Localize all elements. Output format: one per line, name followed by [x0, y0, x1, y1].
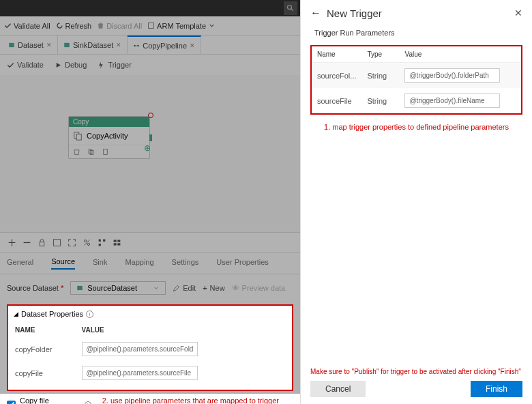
zoom-in-button[interactable] — [7, 237, 16, 247]
svg-rect-20 — [98, 244, 100, 246]
zoom-fit-button[interactable] — [67, 237, 76, 247]
discard-all-label: Discard All — [106, 22, 142, 30]
svg-rect-14 — [53, 239, 60, 246]
annotation-1: 1. map trigger properties to defined pip… — [310, 123, 522, 131]
discard-all-button[interactable]: Discard All — [97, 22, 142, 30]
copy-recursively-checkbox[interactable] — [7, 401, 16, 405]
info-icon[interactable]: i — [85, 401, 91, 405]
col-type-header: Type — [361, 46, 399, 63]
svg-point-5 — [134, 44, 136, 46]
preview-data-button[interactable]: 👁 Preview data — [232, 284, 286, 292]
dataset-properties-title[interactable]: ◢ Dataset Properties i — [14, 310, 286, 318]
pipeline-actions: Validate Debug Trigger — [0, 55, 300, 75]
tab-dataset[interactable]: Dataset ✕ — [3, 35, 58, 54]
dataset-properties-box: ◢ Dataset Properties i NAME VALUE copyFo… — [7, 304, 293, 391]
clone-icon[interactable] — [87, 148, 95, 156]
param-value-input[interactable] — [82, 366, 198, 380]
back-button[interactable]: ← — [310, 7, 321, 19]
dataset-properties-table: NAME VALUE copyFolder copyFile — [14, 322, 286, 386]
col-value-header: VALUE — [82, 323, 285, 336]
auto-align-button[interactable] — [97, 237, 106, 247]
tab-sink[interactable]: Sink — [93, 258, 107, 269]
close-icon[interactable]: ✕ — [46, 42, 52, 48]
close-icon[interactable]: ✕ — [116, 42, 121, 48]
tabs: Dataset ✕ SinkDataset ✕ CopyPipeline ✕ — [0, 35, 300, 55]
arm-template-button[interactable]: ARM Template — [147, 22, 216, 30]
preview-label: Preview data — [242, 284, 286, 292]
delete-icon[interactable] — [73, 148, 80, 156]
svg-rect-13 — [40, 242, 44, 246]
param-name: sourceFol... — [312, 63, 361, 89]
svg-rect-2 — [148, 23, 153, 28]
button-row: Cancel Finish — [310, 381, 522, 397]
tab-mapping[interactable]: Mapping — [125, 258, 153, 269]
new-button[interactable]: + New — [203, 284, 224, 292]
check-icon — [7, 61, 14, 69]
info-icon[interactable]: i — [86, 311, 93, 318]
param-name: sourceFile — [312, 88, 361, 113]
trigger-parameters-box: Name Type Value sourceFol... String sour… — [310, 45, 522, 115]
col-value-header: Value — [399, 46, 521, 63]
edit-button[interactable]: Edit — [173, 284, 196, 292]
chevron-down-icon — [153, 285, 160, 291]
param-value-input[interactable] — [404, 68, 500, 83]
param-value-input[interactable] — [82, 342, 198, 356]
table-row: copyFile — [15, 362, 285, 384]
reset-zoom-button[interactable] — [82, 237, 91, 247]
expand-icon — [68, 238, 76, 247]
tab-settings[interactable]: Settings — [172, 258, 199, 269]
copy-activity[interactable]: Copy CopyActivity ⊕ — [68, 116, 150, 159]
dataset-properties-label: Dataset Properties — [21, 310, 83, 318]
fit-button[interactable] — [52, 237, 61, 247]
debug-button[interactable]: Debug — [55, 61, 87, 69]
layout-icon — [113, 238, 121, 247]
tab-user-properties[interactable]: User Properties — [216, 258, 268, 269]
property-tabs: General Source Sink Mapping Settings Use… — [0, 252, 300, 274]
new-trigger-panel: ← New Trigger ✕ Trigger Run Parameters N… — [300, 0, 532, 404]
svg-rect-9 — [76, 134, 81, 140]
cancel-button[interactable]: Cancel — [310, 381, 366, 397]
col-name-header: NAME — [15, 323, 80, 336]
main-area: Validate All Refresh Discard All ARM Tem… — [0, 0, 300, 404]
tab-label: CopyPipeline — [143, 42, 187, 50]
chevron-down-icon — [208, 22, 216, 29]
copy-icon — [73, 131, 83, 141]
tab-general[interactable]: General — [7, 258, 33, 269]
svg-rect-12 — [104, 149, 108, 154]
param-value-input[interactable] — [404, 93, 500, 108]
tab-copypipeline[interactable]: CopyPipeline ✕ — [128, 35, 201, 54]
add-output-icon[interactable]: ⊕ — [144, 143, 151, 153]
close-icon[interactable]: ✕ — [190, 42, 195, 49]
close-button[interactable]: ✕ — [514, 8, 522, 18]
finish-button[interactable]: Finish — [471, 381, 522, 397]
panel-subtitle: Trigger Run Parameters — [301, 26, 532, 42]
align-icon — [98, 238, 106, 247]
caret-icon: ◢ — [14, 311, 18, 317]
topbar — [0, 0, 300, 16]
info-icon[interactable] — [102, 148, 109, 156]
trigger-label: Trigger — [108, 61, 131, 69]
validate-button[interactable]: Validate — [7, 61, 44, 69]
zoom-out-button[interactable] — [22, 237, 31, 247]
svg-line-17 — [84, 240, 89, 245]
tab-source[interactable]: Source — [51, 257, 75, 270]
param-type: String — [361, 63, 399, 89]
validate-all-button[interactable]: Validate All — [4, 22, 50, 30]
tab-sinkdataset[interactable]: SinkDataset ✕ — [58, 35, 128, 54]
refresh-icon — [56, 22, 63, 29]
plus-icon — [8, 238, 16, 247]
source-dataset-select[interactable]: SourceDataset — [70, 281, 166, 295]
trigger-button[interactable]: Trigger — [98, 61, 131, 69]
tab-label: Dataset — [18, 41, 44, 49]
output-port[interactable] — [149, 134, 152, 141]
search-button[interactable] — [284, 1, 297, 15]
pipeline-icon — [133, 42, 140, 49]
refresh-button[interactable]: Refresh — [56, 22, 92, 30]
validate-label: Validate — [17, 61, 44, 69]
lock-button[interactable] — [37, 237, 46, 247]
layout-button[interactable] — [112, 237, 121, 247]
edit-label: Edit — [183, 284, 196, 292]
dataset-icon — [8, 42, 15, 48]
svg-rect-4 — [64, 42, 70, 46]
canvas[interactable]: Copy CopyActivity ⊕ — [0, 75, 300, 232]
